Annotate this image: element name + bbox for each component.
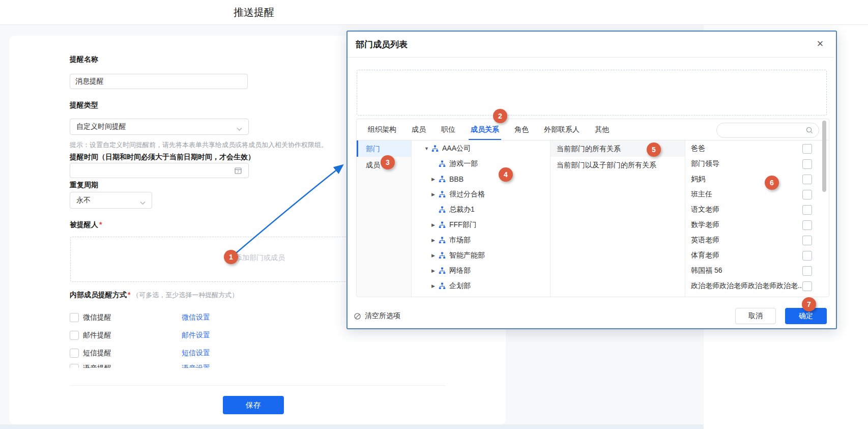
department-icon bbox=[431, 145, 439, 152]
scrollbar-thumb[interactable] bbox=[822, 121, 826, 192]
search-icon bbox=[805, 126, 814, 134]
department-icon bbox=[439, 237, 446, 244]
department-tree-column: ▼ AAA公司 bbox=[411, 140, 551, 297]
email-settings-link[interactable]: 邮件设置 bbox=[182, 331, 210, 340]
person-row[interactable]: 英语老师 bbox=[685, 233, 829, 248]
calendar-icon[interactable]: 7 bbox=[234, 166, 242, 176]
department-icon bbox=[439, 191, 446, 198]
tree-caret-icon[interactable]: ▶ bbox=[431, 192, 439, 197]
tree-caret-icon[interactable]: ▶ bbox=[431, 222, 439, 227]
save-button[interactable]: 保存 bbox=[223, 396, 284, 414]
tree-row[interactable]: ▶ 市场部 bbox=[411, 233, 550, 248]
person-row[interactable]: 数学老师 bbox=[685, 217, 829, 233]
svg-text:7: 7 bbox=[237, 170, 239, 174]
badge-2: 2 bbox=[493, 109, 507, 123]
voice-checkbox[interactable] bbox=[70, 364, 79, 368]
person-name: 爸爸 bbox=[691, 144, 705, 153]
tab-item[interactable]: 成员关系 bbox=[471, 119, 499, 140]
category-item[interactable]: 部门 bbox=[357, 140, 411, 157]
person-row[interactable]: 班主任 bbox=[685, 187, 829, 202]
person-row[interactable]: 语文老师 bbox=[685, 202, 829, 217]
person-name: 韩国福 56 bbox=[691, 266, 722, 275]
reminder-type-select[interactable]: 自定义时间提醒 bbox=[70, 119, 249, 135]
relation-item[interactable]: 当前部门以及子部门的所有关系 bbox=[551, 157, 685, 173]
person-name: 体育老师 bbox=[691, 251, 719, 260]
sms-checkbox[interactable] bbox=[70, 349, 79, 358]
wechat-checkbox[interactable] bbox=[70, 313, 79, 322]
method-label: 邮件提醒 bbox=[83, 331, 111, 340]
close-icon[interactable]: × bbox=[813, 37, 827, 51]
badge-3: 3 bbox=[381, 155, 395, 169]
department-name: 市场部 bbox=[449, 236, 471, 245]
tree-row[interactable]: ▶ BBB bbox=[411, 171, 550, 187]
repeat-cycle-select[interactable]: 永不 bbox=[70, 192, 152, 209]
person-checkbox[interactable] bbox=[802, 175, 812, 184]
tree-caret-icon[interactable]: ▶ bbox=[431, 238, 439, 243]
badge-6: 6 bbox=[765, 176, 779, 190]
relation-column: 当前部门的所有关系 当前部门以及子部门的所有关系 bbox=[551, 140, 685, 297]
tree-row[interactable]: ▶ 很过分合格 bbox=[411, 187, 550, 202]
person-row[interactable]: 部门领导 bbox=[685, 156, 829, 171]
clear-selection-label: 清空所选项 bbox=[365, 311, 400, 321]
selected-items-area[interactable] bbox=[357, 70, 827, 116]
target-people-placeholder: 添加部门或成员 bbox=[235, 253, 285, 263]
person-row[interactable]: 政治老师政治老师政治老师政治老... bbox=[685, 278, 829, 294]
person-row[interactable]: 爸爸 bbox=[685, 141, 829, 156]
person-checkbox[interactable] bbox=[802, 236, 812, 245]
sms-settings-link[interactable]: 短信设置 bbox=[182, 349, 210, 358]
cancel-button[interactable]: 取消 bbox=[735, 308, 776, 324]
department-name: AAA公司 bbox=[442, 144, 471, 153]
person-row[interactable]: 韩国福 56 bbox=[685, 263, 829, 278]
badge-1: 1 bbox=[224, 250, 238, 264]
tree-caret-icon[interactable]: ▶ bbox=[431, 177, 439, 182]
tab-item[interactable]: 其他 bbox=[595, 119, 609, 140]
tree-caret-icon[interactable]: ▶ bbox=[431, 283, 439, 289]
department-name: BBB bbox=[449, 175, 464, 183]
person-name: 英语老师 bbox=[691, 236, 719, 245]
tab-item[interactable]: 成员 bbox=[412, 119, 426, 140]
reminder-time-input[interactable]: 7 bbox=[70, 163, 249, 178]
clear-icon bbox=[354, 312, 361, 320]
person-checkbox[interactable] bbox=[802, 190, 812, 199]
person-checkbox[interactable] bbox=[802, 220, 812, 230]
relation-item[interactable]: 当前部门的所有关系 bbox=[551, 140, 685, 157]
chevron-down-icon bbox=[140, 198, 146, 207]
reminder-type-label: 提醒类型 bbox=[70, 101, 98, 110]
tree-caret-icon[interactable]: ▶ bbox=[431, 253, 439, 258]
tree-caret-icon[interactable]: ▶ bbox=[431, 268, 439, 273]
search-input[interactable] bbox=[716, 123, 819, 138]
voice-settings-link[interactable]: 语音设置 bbox=[182, 364, 210, 368]
method-row-wechat: 微信提醒 微信设置 bbox=[70, 311, 283, 324]
tree-row[interactable]: ▶ 智能产能部 bbox=[411, 248, 550, 263]
person-checkbox[interactable] bbox=[802, 266, 812, 276]
person-row[interactable]: 妈妈 bbox=[685, 171, 829, 187]
tab-list: 组织架构 成员 职位 成员关系 角色 外部联系人 其他 bbox=[368, 119, 609, 140]
person-checkbox[interactable] bbox=[802, 251, 812, 261]
department-icon bbox=[439, 282, 446, 290]
tab-item[interactable]: 外部联系人 bbox=[544, 119, 580, 140]
person-row[interactable]: 体育老师 bbox=[685, 248, 829, 263]
wechat-settings-link[interactable]: 微信设置 bbox=[182, 313, 210, 322]
email-checkbox[interactable] bbox=[70, 331, 79, 340]
tab-item[interactable]: 角色 bbox=[514, 119, 529, 140]
tree-row[interactable]: ▶ 网络部 bbox=[411, 263, 550, 278]
tree-row[interactable]: ▶ 企划部 bbox=[411, 278, 550, 294]
tree-row[interactable]: 游戏一部 bbox=[411, 156, 550, 171]
screen: 推送提醒 提醒名称 提醒类型 自定义时间提醒 提示：设置自定义时间提醒前，请先将… bbox=[0, 0, 868, 429]
reminder-name-input[interactable] bbox=[70, 74, 248, 89]
tree-row[interactable]: 总裁办1 bbox=[411, 202, 550, 217]
tree-row[interactable]: ▶ FFF部门 bbox=[411, 217, 550, 233]
person-checkbox[interactable] bbox=[802, 281, 812, 291]
tab-item[interactable]: 组织架构 bbox=[368, 119, 396, 140]
department-icon bbox=[439, 221, 446, 228]
person-name: 数学老师 bbox=[691, 220, 719, 230]
tree-row[interactable]: ▼ AAA公司 bbox=[411, 141, 550, 156]
person-checkbox[interactable] bbox=[802, 205, 812, 215]
tree-caret-icon[interactable]: ▼ bbox=[424, 146, 431, 151]
person-checkbox[interactable] bbox=[802, 159, 812, 169]
clear-selection-button[interactable]: 清空所选项 bbox=[354, 308, 400, 324]
person-name: 语文老师 bbox=[691, 205, 719, 214]
tab-item[interactable]: 职位 bbox=[441, 119, 455, 140]
reminder-time-label: 提醒时间（日期和时间必须大于当前日期时间，才会生效） bbox=[70, 153, 255, 162]
person-checkbox[interactable] bbox=[802, 144, 812, 154]
